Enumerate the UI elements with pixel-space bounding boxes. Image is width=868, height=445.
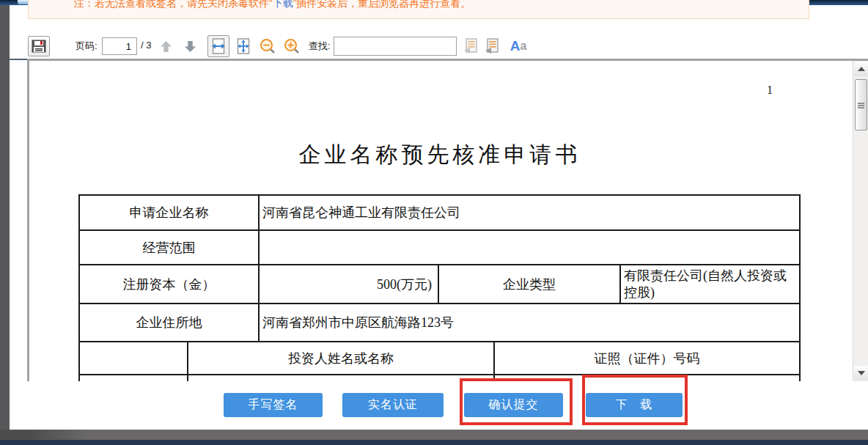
find-input[interactable] xyxy=(334,37,457,56)
zoom-in-icon xyxy=(284,38,300,54)
table-row: 投资人姓名或名称 证照（证件）号码 xyxy=(79,342,800,375)
next-page-button[interactable] xyxy=(180,37,199,56)
fit-width-button[interactable] xyxy=(207,35,229,57)
cell-license-number-header: 证照（证件）号码 xyxy=(494,342,800,375)
scrollbar-grip xyxy=(858,103,864,104)
find-next-icon xyxy=(485,38,499,54)
match-case-lower: a xyxy=(520,40,526,53)
app-window: 注：若无法查看或签名，请先关闭杀毒软件“下载”插件安装后，重启浏览器再进行查看。… xyxy=(0,0,868,445)
viewer-toolbar: 页码: / 3 xyxy=(10,32,868,60)
table-row: 注册资本（金） 500(万元) 企业类型 有限责任公司(自然人投资或控股) xyxy=(79,265,800,304)
table-row: 企业住所地 河南省郑州市中原区航海路123号 xyxy=(79,304,800,342)
fit-page-icon xyxy=(236,38,251,54)
annotation-box-download xyxy=(582,375,688,425)
cell-company-type-label: 企业类型 xyxy=(438,265,620,304)
save-button[interactable] xyxy=(28,36,50,56)
cell-empty xyxy=(188,375,494,381)
zoom-in-button[interactable] xyxy=(282,36,302,56)
document-viewport: 1 企业名称预先核准申请书 申请企业名称 河南省昆仑神通工业有限责任公司 经营范… xyxy=(27,59,868,381)
page-number-input[interactable] xyxy=(102,37,137,55)
match-case-toggle[interactable]: Aa xyxy=(505,35,532,57)
arrow-up-icon xyxy=(160,40,172,53)
cell-address-value: 河南省郑州市中原区航海路123号 xyxy=(259,304,800,342)
find-label: 查找: xyxy=(309,40,331,53)
cell-business-scope-value xyxy=(259,230,800,265)
cell-business-scope-label: 经营范围 xyxy=(79,230,259,265)
annotation-box-confirm-submit xyxy=(460,378,573,425)
scroll-up-icon xyxy=(858,67,865,71)
cell-company-name-value: 河南省昆仑神通工业有限责任公司 xyxy=(259,195,800,230)
document-page-number: 1 xyxy=(740,84,799,97)
previous-page-button[interactable] xyxy=(156,37,175,56)
cell-registered-capital-value: 500(万元) xyxy=(259,265,438,304)
window-left-edge xyxy=(0,5,10,430)
table-row xyxy=(79,375,800,381)
arrow-down-icon xyxy=(184,40,196,53)
notice-text: 注：若无法查看或签名，请先关闭杀毒软件“ xyxy=(74,0,273,9)
scroll-down-button[interactable] xyxy=(854,366,868,380)
cell-investor-spacer xyxy=(79,342,188,375)
scroll-up-button[interactable] xyxy=(854,62,868,76)
table-row: 申请企业名称 河南省昆仑神通工业有限责任公司 xyxy=(79,195,800,230)
bottom-status-bar xyxy=(0,430,868,440)
download-plugin-link[interactable]: 下载 xyxy=(273,0,293,9)
real-name-auth-button[interactable]: 实名认证 xyxy=(342,393,444,417)
cell-company-name-label: 申请企业名称 xyxy=(79,195,259,230)
notice-banner: 注：若无法查看或签名，请先关闭杀毒软件“下载”插件安装后，重启浏览器再进行查看。 xyxy=(28,0,809,19)
scrollbar-thumb[interactable] xyxy=(855,79,867,130)
notice-text-after: ”插件安装后，重启浏览器再进行查看。 xyxy=(293,0,471,9)
fit-width-icon xyxy=(211,38,226,54)
bottom-taskbar xyxy=(0,440,868,445)
document-title: 企业名称预先核准申请书 xyxy=(29,140,850,170)
cell-address-label: 企业住所地 xyxy=(79,304,259,342)
page-number-label: 页码: xyxy=(76,40,98,53)
handwritten-signature-button[interactable]: 手写签名 xyxy=(224,393,323,417)
document-page: 1 企业名称预先核准申请书 申请企业名称 河南省昆仑神通工业有限责任公司 经营范… xyxy=(29,61,850,381)
save-icon xyxy=(32,40,46,53)
vertical-scrollbar[interactable] xyxy=(853,61,868,381)
find-next-button[interactable] xyxy=(482,36,501,56)
table-row: 经营范围 xyxy=(79,230,800,265)
application-form-table: 申请企业名称 河南省昆仑神通工业有限责任公司 经营范围 注册资本（金） 500(… xyxy=(78,194,801,381)
scroll-down-icon xyxy=(858,371,865,375)
cell-company-type-value: 有限责任公司(自然人投资或控股) xyxy=(620,265,800,304)
zoom-out-icon xyxy=(260,38,276,54)
zoom-out-button[interactable] xyxy=(257,36,278,56)
find-previous-icon xyxy=(463,38,478,54)
fit-page-button[interactable] xyxy=(232,35,254,57)
page-total-label: / 3 xyxy=(141,40,151,51)
cell-registered-capital-label: 注册资本（金） xyxy=(79,265,259,304)
match-case-upper: A xyxy=(510,38,521,54)
find-previous-button[interactable] xyxy=(461,36,480,56)
cell-investor-name-header: 投资人姓名或名称 xyxy=(188,342,494,375)
cell-empty xyxy=(79,375,188,381)
